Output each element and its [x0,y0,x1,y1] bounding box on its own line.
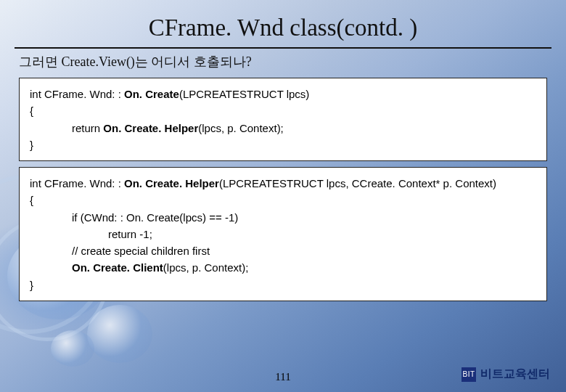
slide-title: CFrame. Wnd class(contd. ) [15,15,551,41]
code-text: (lpcs, p. Context); [198,122,284,134]
code-box-oncreatehelper: int CFrame. Wnd: : On. Create. Helper(LP… [19,167,547,301]
brand-badge-icon: BIT [462,367,476,382]
code-line: return On. Create. Helper(lpcs, p. Conte… [30,120,536,136]
code-line: } [30,136,536,153]
code-text-bold: On. Create. Helper [124,177,219,189]
footer: 111 BIT 비트교육센터 [0,363,566,385]
slide-subtitle: 그러면 Create.View()는 어디서 호출되나? [19,53,551,70]
page-number: 111 [275,371,290,383]
code-text-bold: On. Create. Helper [103,122,198,134]
code-text-bold: On. Create. Client [72,261,163,274]
code-line: // create special children first [30,242,536,259]
code-text-bold: On. Create [124,88,179,100]
code-line: { [30,192,536,208]
brand-badge-label: BIT [462,370,475,378]
brand: BIT 비트교육센터 [462,367,550,382]
code-text: int CFrame. Wnd: : [30,88,124,100]
code-line: { [30,102,536,119]
brand-label: 비트교육센터 [480,367,550,382]
code-line: int CFrame. Wnd: : On. Create(LPCREATEST… [30,86,536,102]
code-line: return -1; [30,226,536,242]
slide: CFrame. Wnd class(contd. ) 그러면 Create.Vi… [0,0,566,392]
code-text: return [72,122,103,134]
title-underline [15,47,551,49]
code-text: (LPCREATESTRUCT lpcs, CCreate. Context* … [219,177,496,189]
code-text: (LPCREATESTRUCT lpcs) [179,88,309,100]
code-line: } [30,277,536,293]
code-text: (lpcs, p. Context); [163,261,249,274]
code-box-oncreate: int CFrame. Wnd: : On. Create(LPCREATEST… [19,78,547,161]
code-text: int CFrame. Wnd: : [30,177,124,189]
code-line: On. Create. Client(lpcs, p. Context); [30,259,536,276]
code-line: int CFrame. Wnd: : On. Create. Helper(LP… [30,175,536,192]
code-line: if (CWnd: : On. Create(lpcs) == -1) [30,209,536,226]
